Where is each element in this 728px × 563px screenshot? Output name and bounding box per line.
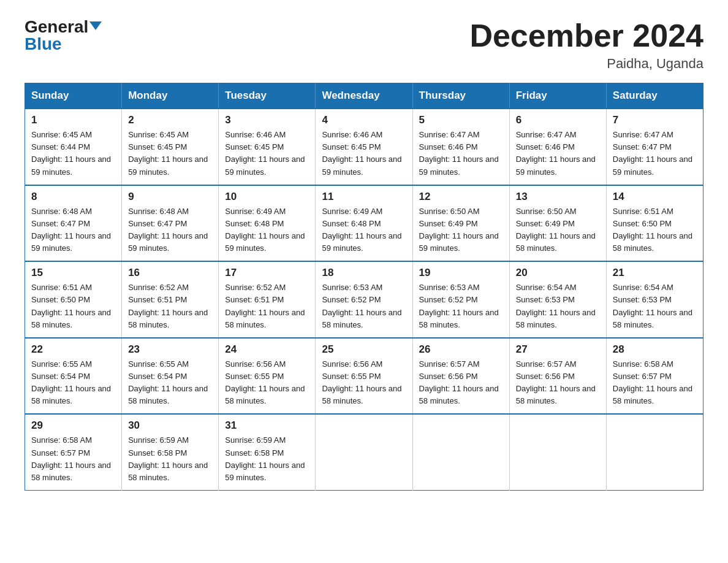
calendar-cell: 2Sunrise: 6:45 AMSunset: 6:45 PMDaylight… — [122, 109, 219, 185]
calendar-week-row: 1Sunrise: 6:45 AMSunset: 6:44 PMDaylight… — [25, 109, 703, 185]
column-header-sunday: Sunday — [25, 83, 122, 109]
day-info: Sunrise: 6:49 AMSunset: 6:48 PMDaylight:… — [225, 205, 309, 255]
calendar-cell: 27Sunrise: 6:57 AMSunset: 6:56 PMDayligh… — [509, 338, 606, 415]
calendar-week-row: 8Sunrise: 6:48 AMSunset: 6:47 PMDaylight… — [25, 185, 703, 262]
day-info: Sunrise: 6:59 AMSunset: 6:58 PMDaylight:… — [128, 434, 212, 484]
day-info: Sunrise: 6:56 AMSunset: 6:55 PMDaylight:… — [225, 358, 309, 408]
calendar-table: SundayMondayTuesdayWednesdayThursdayFrid… — [25, 83, 703, 491]
day-number: 9 — [128, 191, 212, 203]
day-number: 19 — [419, 267, 503, 279]
day-info: Sunrise: 6:56 AMSunset: 6:55 PMDaylight:… — [322, 358, 406, 408]
calendar-cell: 16Sunrise: 6:52 AMSunset: 6:51 PMDayligh… — [122, 261, 219, 338]
day-info: Sunrise: 6:58 AMSunset: 6:57 PMDaylight:… — [31, 434, 115, 484]
day-info: Sunrise: 6:51 AMSunset: 6:50 PMDaylight:… — [31, 282, 115, 331]
calendar-week-row: 22Sunrise: 6:55 AMSunset: 6:54 PMDayligh… — [25, 338, 703, 415]
day-number: 6 — [516, 114, 600, 126]
calendar-cell: 8Sunrise: 6:48 AMSunset: 6:47 PMDaylight… — [25, 185, 122, 262]
calendar-cell: 23Sunrise: 6:55 AMSunset: 6:54 PMDayligh… — [122, 338, 219, 415]
day-info: Sunrise: 6:49 AMSunset: 6:48 PMDaylight:… — [322, 205, 406, 255]
day-number: 18 — [322, 267, 406, 279]
day-number: 26 — [419, 343, 503, 356]
day-info: Sunrise: 6:54 AMSunset: 6:53 PMDaylight:… — [516, 282, 600, 331]
calendar-header-row: SundayMondayTuesdayWednesdayThursdayFrid… — [25, 83, 703, 109]
calendar-cell: 15Sunrise: 6:51 AMSunset: 6:50 PMDayligh… — [25, 261, 122, 338]
day-number: 12 — [419, 191, 503, 203]
calendar-cell: 28Sunrise: 6:58 AMSunset: 6:57 PMDayligh… — [606, 338, 703, 415]
calendar-cell: 29Sunrise: 6:58 AMSunset: 6:57 PMDayligh… — [25, 414, 122, 490]
day-number: 11 — [322, 191, 406, 203]
day-info: Sunrise: 6:45 AMSunset: 6:44 PMDaylight:… — [31, 129, 115, 178]
calendar-cell: 21Sunrise: 6:54 AMSunset: 6:53 PMDayligh… — [606, 261, 703, 338]
calendar-cell: 3Sunrise: 6:46 AMSunset: 6:45 PMDaylight… — [219, 109, 316, 185]
day-info: Sunrise: 6:46 AMSunset: 6:45 PMDaylight:… — [322, 129, 406, 178]
day-info: Sunrise: 6:50 AMSunset: 6:49 PMDaylight:… — [516, 205, 600, 255]
day-info: Sunrise: 6:55 AMSunset: 6:54 PMDaylight:… — [31, 358, 115, 408]
calendar-cell: 20Sunrise: 6:54 AMSunset: 6:53 PMDayligh… — [509, 261, 606, 338]
day-number: 15 — [31, 267, 115, 279]
day-info: Sunrise: 6:58 AMSunset: 6:57 PMDaylight:… — [613, 358, 697, 408]
day-info: Sunrise: 6:46 AMSunset: 6:45 PMDaylight:… — [225, 129, 309, 178]
calendar-cell: 25Sunrise: 6:56 AMSunset: 6:55 PMDayligh… — [316, 338, 412, 415]
calendar-cell — [412, 414, 509, 490]
logo-blue: Blue — [25, 36, 62, 53]
day-number: 1 — [31, 114, 115, 126]
column-header-thursday: Thursday — [412, 83, 509, 109]
column-header-saturday: Saturday — [606, 83, 703, 109]
column-header-monday: Monday — [122, 83, 219, 109]
calendar-cell: 11Sunrise: 6:49 AMSunset: 6:48 PMDayligh… — [316, 185, 412, 262]
calendar-cell: 26Sunrise: 6:57 AMSunset: 6:56 PMDayligh… — [412, 338, 509, 415]
calendar-week-row: 15Sunrise: 6:51 AMSunset: 6:50 PMDayligh… — [25, 261, 703, 338]
day-number: 31 — [225, 419, 309, 432]
calendar-cell: 17Sunrise: 6:52 AMSunset: 6:51 PMDayligh… — [219, 261, 316, 338]
calendar-cell: 6Sunrise: 6:47 AMSunset: 6:46 PMDaylight… — [509, 109, 606, 185]
day-info: Sunrise: 6:50 AMSunset: 6:49 PMDaylight:… — [419, 205, 503, 255]
day-info: Sunrise: 6:48 AMSunset: 6:47 PMDaylight:… — [31, 205, 115, 255]
day-number: 25 — [322, 343, 406, 356]
day-info: Sunrise: 6:47 AMSunset: 6:47 PMDaylight:… — [613, 129, 697, 178]
day-number: 2 — [128, 114, 212, 126]
calendar-cell: 12Sunrise: 6:50 AMSunset: 6:49 PMDayligh… — [412, 185, 509, 262]
location-title: Paidha, Uganda — [469, 56, 703, 72]
calendar-cell: 19Sunrise: 6:53 AMSunset: 6:52 PMDayligh… — [412, 261, 509, 338]
day-info: Sunrise: 6:53 AMSunset: 6:52 PMDaylight:… — [419, 282, 503, 331]
title-area: December 2024 Paidha, Uganda — [469, 18, 703, 72]
day-number: 16 — [128, 267, 212, 279]
day-info: Sunrise: 6:57 AMSunset: 6:56 PMDaylight:… — [516, 358, 600, 408]
day-number: 21 — [613, 267, 697, 279]
day-info: Sunrise: 6:47 AMSunset: 6:46 PMDaylight:… — [419, 129, 503, 178]
day-number: 13 — [516, 191, 600, 203]
day-number: 30 — [128, 419, 212, 432]
day-number: 28 — [613, 343, 697, 356]
calendar-cell: 18Sunrise: 6:53 AMSunset: 6:52 PMDayligh… — [316, 261, 412, 338]
logo-general: General — [25, 18, 88, 36]
day-number: 27 — [516, 343, 600, 356]
logo-triangle-icon — [89, 21, 102, 30]
day-number: 8 — [31, 191, 115, 203]
day-info: Sunrise: 6:51 AMSunset: 6:50 PMDaylight:… — [613, 205, 697, 255]
day-number: 29 — [31, 419, 115, 432]
day-info: Sunrise: 6:52 AMSunset: 6:51 PMDaylight:… — [128, 282, 212, 331]
day-number: 17 — [225, 267, 309, 279]
day-number: 7 — [613, 114, 697, 126]
month-title: December 2024 — [469, 18, 703, 53]
day-info: Sunrise: 6:59 AMSunset: 6:58 PMDaylight:… — [225, 434, 309, 484]
day-info: Sunrise: 6:48 AMSunset: 6:47 PMDaylight:… — [128, 205, 212, 255]
day-number: 14 — [613, 191, 697, 203]
day-info: Sunrise: 6:57 AMSunset: 6:56 PMDaylight:… — [419, 358, 503, 408]
calendar-cell: 10Sunrise: 6:49 AMSunset: 6:48 PMDayligh… — [219, 185, 316, 262]
day-info: Sunrise: 6:45 AMSunset: 6:45 PMDaylight:… — [128, 129, 212, 178]
day-info: Sunrise: 6:55 AMSunset: 6:54 PMDaylight:… — [128, 358, 212, 408]
column-header-tuesday: Tuesday — [219, 83, 316, 109]
calendar-cell: 4Sunrise: 6:46 AMSunset: 6:45 PMDaylight… — [316, 109, 412, 185]
day-info: Sunrise: 6:47 AMSunset: 6:46 PMDaylight:… — [516, 129, 600, 178]
column-header-wednesday: Wednesday — [316, 83, 412, 109]
calendar-cell: 30Sunrise: 6:59 AMSunset: 6:58 PMDayligh… — [122, 414, 219, 490]
calendar-cell: 5Sunrise: 6:47 AMSunset: 6:46 PMDaylight… — [412, 109, 509, 185]
calendar-cell: 1Sunrise: 6:45 AMSunset: 6:44 PMDaylight… — [25, 109, 122, 185]
calendar-cell: 9Sunrise: 6:48 AMSunset: 6:47 PMDaylight… — [122, 185, 219, 262]
calendar-cell — [606, 414, 703, 490]
calendar-week-row: 29Sunrise: 6:58 AMSunset: 6:57 PMDayligh… — [25, 414, 703, 490]
day-number: 22 — [31, 343, 115, 356]
calendar-cell — [509, 414, 606, 490]
calendar-cell: 14Sunrise: 6:51 AMSunset: 6:50 PMDayligh… — [606, 185, 703, 262]
